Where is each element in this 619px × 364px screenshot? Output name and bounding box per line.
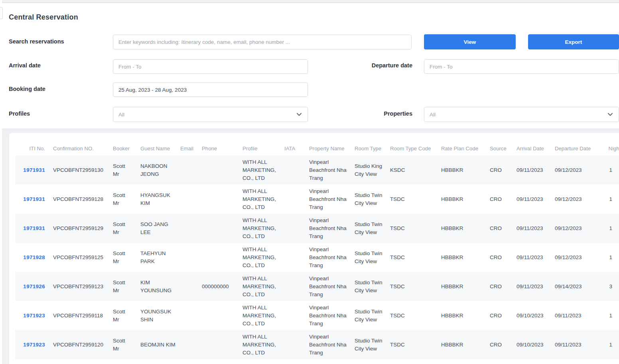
column-header-rate-plan-code: Rate Plan Code bbox=[437, 146, 486, 152]
cell-departure-date: 09/14/2023 bbox=[551, 283, 599, 291]
cell-arrival-date: 09/10/2023 bbox=[513, 312, 551, 320]
column-header-source: Source bbox=[486, 146, 513, 152]
booking-date-label: Booking date bbox=[9, 86, 45, 92]
iti-number-link[interactable]: 1971926 bbox=[23, 283, 45, 289]
profiles-value: All bbox=[118, 112, 124, 118]
column-header-room-type: Room Type bbox=[351, 146, 386, 152]
cell-source: CRO bbox=[486, 166, 513, 174]
cell-property-name: Vinpearl Beachfront Nha Trang bbox=[305, 362, 351, 364]
cell-room-type: Studio Twin City View bbox=[351, 191, 386, 207]
booking-date-value: 25 Aug, 2023 - 28 Aug, 2023 bbox=[118, 87, 187, 93]
cell-property-name: Vinpearl Beachfront Nha Trang bbox=[305, 333, 351, 357]
cell-property-name: Vinpearl Beachfront Nha Trang bbox=[305, 304, 351, 328]
cell-confirmation-no: VPCOBFNT2959128 bbox=[49, 195, 109, 203]
cell-room-type-code: TSDC bbox=[386, 254, 437, 262]
cell-room-type: Studio King City View bbox=[351, 162, 386, 178]
column-header-property-name: Property Name bbox=[305, 146, 351, 152]
cell-source: CRO bbox=[486, 195, 513, 203]
iti-number-link[interactable]: 1971928 bbox=[23, 254, 45, 260]
cell-arrival-date: 09/10/2023 bbox=[513, 341, 551, 349]
export-button[interactable]: Export bbox=[528, 34, 619, 49]
chevron-down-icon bbox=[607, 111, 613, 118]
cell-departure-date: 09/12/2023 bbox=[551, 195, 599, 203]
cell-iti-no: 1971923 bbox=[15, 341, 49, 349]
iti-number-link[interactable]: 1971931 bbox=[23, 167, 45, 173]
departure-date-placeholder: From - To bbox=[430, 64, 453, 70]
cell-arrival-date: 09/11/2023 bbox=[513, 224, 551, 232]
cell-nights: 3 bbox=[599, 283, 619, 291]
cell-rate-plan-code: HBBBKR bbox=[437, 341, 486, 349]
properties-label: Properties bbox=[343, 110, 412, 117]
table-body: 1971931VPCOBFNT2959130Scott MrNAKBOON JE… bbox=[15, 155, 619, 364]
cell-source: CRO bbox=[486, 283, 513, 291]
profiles-label: Profiles bbox=[9, 110, 30, 117]
iti-number-link[interactable]: 1971923 bbox=[23, 342, 45, 348]
departure-date-input[interactable]: From - To bbox=[424, 59, 619, 74]
cell-source: CRO bbox=[486, 312, 513, 320]
cell-property-name: Vinpearl Beachfront Nha Trang bbox=[305, 216, 351, 240]
drawer-handle[interactable] bbox=[0, 7, 3, 19]
iti-number-link[interactable]: 1971931 bbox=[23, 225, 45, 231]
arrival-date-label: Arrival date bbox=[9, 62, 41, 69]
cell-room-type: Studio Twin City View bbox=[351, 279, 386, 295]
cell-guest-name: SOO JANG LEE bbox=[136, 220, 176, 236]
cell-property-name: Vinpearl Beachfront Nha Trang bbox=[305, 187, 351, 211]
column-header-room-type-code: Room Type Code bbox=[386, 146, 437, 152]
profiles-select[interactable]: All bbox=[113, 107, 308, 122]
top-strip bbox=[2, 0, 619, 3]
cell-guest-name: HYANGSUK KIM bbox=[136, 191, 176, 207]
column-header-iti-no: ITI No. bbox=[15, 146, 49, 152]
cell-confirmation-no: VPCOBFNT2959129 bbox=[49, 224, 109, 232]
properties-value: All bbox=[430, 112, 436, 118]
cell-rate-plan-code: HBBBKR bbox=[437, 283, 486, 291]
cell-profile: WITH ALL MARKETING, CO., LTD bbox=[239, 246, 280, 270]
cell-source: CRO bbox=[486, 341, 513, 349]
column-header-email: Email bbox=[176, 146, 198, 152]
cell-room-type-code: TSDC bbox=[386, 341, 437, 349]
cell-nights: 1 bbox=[599, 224, 619, 232]
column-header-nights: Nights bbox=[599, 146, 619, 152]
arrival-date-input[interactable]: From - To bbox=[113, 59, 308, 74]
booking-date-input[interactable]: 25 Aug, 2023 - 28 Aug, 2023 bbox=[113, 83, 308, 97]
table-row: 1971923VPCOBFNT2959120Scott MrBEOMJIN KI… bbox=[15, 330, 619, 359]
cell-room-type-code: KSDC bbox=[386, 166, 437, 174]
cell-confirmation-no: VPCOBFNT2959118 bbox=[49, 312, 109, 320]
cell-departure-date: 09/11/2023 bbox=[551, 341, 599, 349]
cell-rate-plan-code: HBBBKR bbox=[437, 254, 486, 262]
cell-room-type: Studio Twin City View bbox=[351, 337, 386, 353]
cell-booker: Scott Mr bbox=[109, 220, 136, 236]
cell-guest-name: BEOMJIN KIM bbox=[136, 341, 176, 349]
cell-room-type-code: TSDC bbox=[386, 224, 437, 232]
table-header-row: ITI No.Confirmation NO.BookerGuest NameE… bbox=[15, 133, 619, 155]
cell-room-type: Studio Twin City View bbox=[351, 308, 386, 324]
cell-nights: 1 bbox=[599, 341, 619, 349]
column-header-guest-name: Guest Name bbox=[136, 146, 176, 152]
cell-iti-no: 1971931 bbox=[15, 195, 49, 203]
cell-room-type-code: TSDC bbox=[386, 312, 437, 320]
iti-number-link[interactable]: 1971931 bbox=[23, 196, 45, 202]
column-header-phone: Phone bbox=[198, 146, 239, 152]
view-button[interactable]: View bbox=[424, 34, 516, 49]
departure-date-label: Departure date bbox=[343, 62, 412, 69]
cell-guest-name: YOUNGSUK SHIN bbox=[136, 308, 176, 324]
cell-iti-no: 1971931 bbox=[15, 224, 49, 232]
cell-booker: Scott Mr bbox=[109, 279, 136, 295]
properties-select[interactable]: All bbox=[424, 107, 619, 122]
iti-number-link[interactable]: 1971923 bbox=[23, 313, 45, 319]
cell-booker: Scott Mr bbox=[109, 250, 136, 266]
column-header-booker: Booker bbox=[109, 146, 136, 152]
cell-room-type-code: TSDC bbox=[386, 283, 437, 291]
column-header-profile: Profile bbox=[239, 146, 280, 152]
cell-profile: WITH ALL MARKETING, CO., LTD bbox=[239, 333, 280, 357]
cell-source: CRO bbox=[486, 254, 513, 262]
cell-source: CRO bbox=[486, 224, 513, 232]
cell-profile: WITH ALL MARKETING, CO., LTD bbox=[239, 216, 280, 240]
cell-profile: WITH ALL MARKETING, CO., LTD bbox=[239, 304, 280, 328]
search-input[interactable]: Enter keywords including: Itinerary code… bbox=[113, 35, 412, 49]
cell-rate-plan-code: HBBBKR bbox=[437, 166, 486, 174]
search-label: Search reservations bbox=[9, 38, 64, 45]
table-row: WITH ALL MARKETING, CO., LTDVinpearl Bea… bbox=[15, 359, 619, 364]
collapsed-side-panel bbox=[0, 0, 2, 364]
table-row: 1971926VPCOBFNT2959123Scott MrKIM YOUNSU… bbox=[15, 272, 619, 301]
cell-property-name: Vinpearl Beachfront Nha Trang bbox=[305, 246, 351, 270]
